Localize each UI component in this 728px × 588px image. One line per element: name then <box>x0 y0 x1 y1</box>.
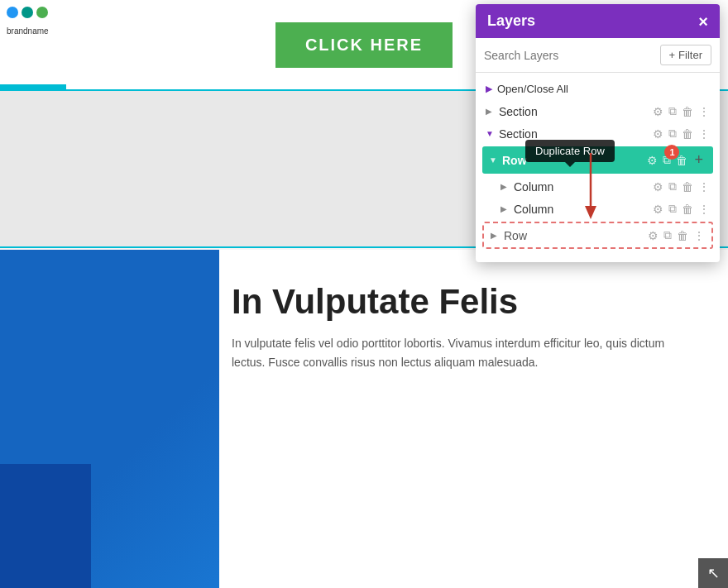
blue-shape <box>0 250 219 588</box>
expand-arrow-row-icon: ▼ <box>489 155 499 165</box>
layer-icons-section-2: ⚙ ⧉ 🗑 ⋮ <box>653 127 710 141</box>
more-icon-row-dashed[interactable]: ⋮ <box>693 229 705 242</box>
copy-icon-section-1[interactable]: ⧉ <box>668 104 677 118</box>
settings-icon-col1[interactable]: ⚙ <box>653 180 663 194</box>
layer-label-column-1: Column <box>514 180 649 194</box>
copy-icon-col2[interactable]: ⧉ <box>668 202 677 216</box>
layer-item-row-dashed[interactable]: ▶ Row ⚙ ⧉ 🗑 ⋮ <box>482 222 713 249</box>
dot-teal <box>22 7 33 18</box>
teal-bar <box>0 84 66 89</box>
expand-arrow-icon: ▶ <box>486 107 496 116</box>
settings-icon-section-1[interactable]: ⚙ <box>653 105 663 118</box>
layer-label-row-dashed: Row <box>504 229 644 242</box>
copy-icon-col1[interactable]: ⧉ <box>668 179 677 194</box>
arrow-icon: ↖ <box>707 564 720 582</box>
layer-item-column-1[interactable]: ▶ Column ⚙ ⧉ 🗑 ⋮ <box>476 175 720 198</box>
copy-icon-row-dashed[interactable]: ⧉ <box>663 228 672 242</box>
bottom-heading: In Vulputate Felis <box>232 283 695 321</box>
layer-item-section-1[interactable]: ▶ Section ⚙ ⧉ 🗑 ⋮ <box>476 100 720 122</box>
open-close-all[interactable]: ▶ Open/Close All <box>476 78 720 100</box>
bottom-section: In Vulputate Felis In vulputate felis ve… <box>0 250 728 588</box>
open-close-arrow-icon: ▶ <box>486 84 492 94</box>
layers-title: Layers <box>487 12 535 30</box>
layer-label-section-1: Section <box>499 105 649 118</box>
layer-icons-section-1: ⚙ ⧉ 🗑 ⋮ <box>653 104 710 118</box>
delete-icon-section-1[interactable]: 🗑 <box>682 105 693 118</box>
layers-body: ▶ Open/Close All ▶ Section ⚙ ⧉ 🗑 ⋮ ▼ Sec… <box>476 73 720 256</box>
move-arrow-indicator <box>583 153 598 219</box>
more-icon-section-2[interactable]: ⋮ <box>698 127 710 141</box>
layer-icons-row-dashed: ⚙ ⧉ 🗑 ⋮ <box>648 228 705 242</box>
dot-blue <box>7 7 18 18</box>
open-close-all-label: Open/Close All <box>497 83 568 95</box>
delete-icon-col1[interactable]: 🗑 <box>682 180 693 194</box>
svg-marker-1 <box>585 206 596 219</box>
click-here-button[interactable]: CLICK HERE <box>275 22 453 68</box>
bottom-body: In vulputate felis vel odio porttitor lo… <box>232 334 695 371</box>
duplicate-row-tooltip: Duplicate Row <box>525 140 615 162</box>
settings-icon-row-dashed[interactable]: ⚙ <box>648 229 659 242</box>
layer-icons-col1: ⚙ ⧉ 🗑 ⋮ <box>653 179 710 194</box>
add-row-button[interactable]: + <box>691 151 706 169</box>
expand-arrow-col1-icon: ▶ <box>500 182 510 191</box>
layers-close-button[interactable]: × <box>698 13 708 30</box>
layer-label-section-2: Section <box>499 127 649 141</box>
dot-green <box>36 7 48 18</box>
expand-arrow-col2-icon: ▶ <box>500 204 510 213</box>
main-content: brandname CLICK HERE In Vulputate Felis … <box>0 0 728 588</box>
bottom-text: In Vulputate Felis In vulputate felis ve… <box>232 283 703 371</box>
top-bar-dots <box>0 0 55 25</box>
layers-search-input[interactable] <box>484 49 655 62</box>
settings-icon-col2[interactable]: ⚙ <box>653 203 663 216</box>
layers-header: Layers × <box>476 4 720 38</box>
layer-icons-col2: ⚙ ⧉ 🗑 ⋮ <box>653 202 710 216</box>
layer-label-column-2: Column <box>514 203 649 216</box>
settings-icon-section-2[interactable]: ⚙ <box>653 127 663 141</box>
layer-icons-row: ⚙ ⧉ 1 🗑 <box>647 153 687 167</box>
more-icon-col1[interactable]: ⋮ <box>698 180 710 194</box>
filter-plus-icon: + <box>669 49 676 61</box>
delete-icon-row-dashed[interactable]: 🗑 <box>677 229 688 242</box>
more-icon-col2[interactable]: ⋮ <box>698 203 710 216</box>
expand-arrow-row-dashed-icon: ▶ <box>491 231 500 240</box>
layers-search-row: + Filter <box>476 38 720 73</box>
layer-item-column-2[interactable]: ▶ Column ⚙ ⧉ 🗑 ⋮ <box>476 198 720 220</box>
delete-icon-section-2[interactable]: 🗑 <box>682 127 693 141</box>
blue-shape-inner <box>0 464 91 588</box>
bottom-settings-icon[interactable]: ↖ <box>698 558 728 588</box>
delete-icon-col2[interactable]: 🗑 <box>682 203 693 216</box>
filter-label: Filter <box>678 49 702 61</box>
copy-icon-section-2[interactable]: ⧉ <box>668 127 677 141</box>
brand-name: brandname <box>0 25 55 37</box>
more-icon-section-1[interactable]: ⋮ <box>698 105 710 118</box>
layers-panel: Layers × + Filter ▶ Open/Close All ▶ Sec… <box>476 4 720 262</box>
filter-button[interactable]: + Filter <box>660 45 711 65</box>
expand-arrow-section-2-icon: ▼ <box>486 129 496 138</box>
tooltip-row-container: Duplicate Row ▼ Row ⚙ ⧉ 1 🗑 <box>476 146 720 174</box>
settings-icon-row[interactable]: ⚙ <box>647 154 658 167</box>
copy-icon-row[interactable]: ⧉ 1 <box>663 153 671 167</box>
